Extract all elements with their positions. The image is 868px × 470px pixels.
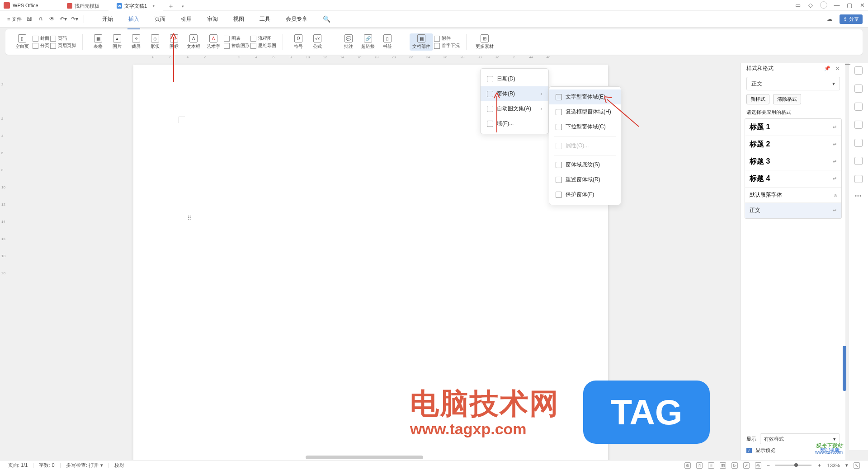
undo-icon[interactable]: ↶▾ [60, 16, 66, 23]
view-fullscreen-icon[interactable]: ⤢ [743, 462, 750, 469]
tab-ref[interactable]: 引用 [180, 14, 193, 25]
search-button[interactable]: 🔍 [322, 14, 331, 25]
menu-form[interactable]: 窗体(B)› [481, 86, 548, 101]
view-web-icon[interactable]: ▥ [720, 462, 726, 469]
rail-select-icon[interactable] [854, 85, 863, 93]
attach-button[interactable]: 附件 [434, 35, 460, 42]
smartart-button[interactable]: 智能图形 [224, 42, 250, 49]
zoom-in-button[interactable]: ＋ [817, 462, 822, 469]
expand-icon[interactable]: ⤡ [854, 462, 860, 469]
filter-select[interactable]: 有效样式▾ [760, 433, 840, 444]
formula-button[interactable]: √x公式 [308, 33, 326, 51]
file-menu[interactable]: ≡ 文件 [5, 16, 24, 23]
textbox-button[interactable]: A文本框 [184, 33, 203, 51]
close-icon[interactable]: • [152, 2, 155, 9]
pin-icon[interactable]: 📌 [824, 66, 830, 71]
page-number-button[interactable]: 页码 [50, 35, 76, 42]
cube-icon[interactable]: ◇ [807, 2, 814, 8]
minimize-button[interactable]: — [834, 2, 840, 8]
proof-status[interactable]: 校对 [114, 462, 124, 469]
focus-mode-icon[interactable]: ⊙ [684, 462, 691, 469]
print-preview-icon[interactable]: 👁 [48, 16, 55, 23]
tab-page[interactable]: 页面 [154, 14, 166, 25]
screenshot-button[interactable]: ⟡截屏 [127, 33, 145, 51]
wordart-button[interactable]: A艺术字 [204, 33, 223, 51]
bookmark-button[interactable]: ▯书签 [378, 33, 396, 51]
header-footer-button[interactable]: 页眉页脚 [50, 42, 76, 49]
word-count[interactable]: 字数: 0 [39, 462, 54, 469]
view-read-icon[interactable]: ▷ [731, 462, 738, 469]
new-tab-button[interactable]: ＋ [166, 2, 175, 11]
style-heading2[interactable]: 标题 2↵ [745, 136, 841, 153]
rail-more-icon[interactable]: ••• [855, 193, 862, 198]
zoom-slider[interactable] [775, 465, 811, 466]
zoom-level[interactable]: 133% [827, 463, 840, 468]
share-button[interactable]: ⇪分享 [840, 14, 863, 24]
page-status[interactable]: 页面: 1/1 [8, 462, 28, 469]
flowchart-button[interactable]: 流程图 [250, 35, 276, 42]
clear-format-button[interactable]: 清除格式 [773, 94, 801, 104]
style-default-font[interactable]: 默认段落字体a [745, 188, 841, 203]
current-style-select[interactable]: 正文▾ [746, 77, 840, 90]
redo-icon[interactable]: ↷▾ [71, 16, 78, 23]
tab-dropdown-button[interactable]: ▾ [178, 2, 187, 11]
maximize-button[interactable]: ▢ [846, 2, 853, 8]
tab-templates[interactable]: 找稻壳模板 [59, 1, 108, 11]
chart-button[interactable]: 图表 [224, 35, 250, 42]
view-outline-icon[interactable]: ≡ [708, 462, 714, 469]
rail-help-icon[interactable] [854, 175, 863, 183]
rail-link-icon[interactable] [854, 139, 863, 147]
style-heading1[interactable]: 标题 1↵ [745, 119, 841, 136]
menu-form-shading[interactable]: 窗体域底纹(S) [549, 157, 621, 172]
picture-button[interactable]: ▲图片 [108, 33, 126, 51]
tab-review[interactable]: 审阅 [206, 14, 219, 25]
rail-edit-icon[interactable] [854, 66, 863, 75]
doc-part-button[interactable]: ▦文档部件 [410, 33, 433, 51]
cloud-icon[interactable]: ☁ [826, 16, 833, 23]
rail-refresh-icon[interactable] [854, 103, 863, 111]
close-panel-icon[interactable]: ✕ [835, 65, 840, 72]
shape-button[interactable]: ◇形状 [146, 33, 164, 51]
tab-start[interactable]: 开始 [101, 14, 114, 25]
style-heading4[interactable]: 标题 4↵ [745, 170, 841, 188]
rail-book-icon[interactable] [854, 157, 863, 165]
zoom-dropdown-icon[interactable]: ▾ [845, 462, 848, 468]
style-heading3[interactable]: 标题 3↵ [745, 153, 841, 170]
avatar[interactable] [820, 1, 827, 9]
page-break-button[interactable]: 分页 [33, 42, 49, 49]
blank-page-button[interactable]: ▯空白页 [13, 33, 32, 51]
preview-checkbox[interactable]: ✓ [746, 448, 752, 453]
menu-autotext[interactable]: 自动图文集(A)› [481, 101, 548, 116]
menu-field[interactable]: 域(F)... [481, 116, 548, 131]
hyperlink-button[interactable]: 🔗超链接 [359, 33, 377, 51]
menu-reset-form[interactable]: 重置窗体域(R) [549, 172, 621, 187]
symbol-button[interactable]: Ω符号 [289, 33, 307, 51]
tab-view[interactable]: 视图 [232, 14, 245, 25]
tab-vip[interactable]: 会员专享 [285, 14, 308, 25]
close-button[interactable]: ✕ [859, 2, 865, 8]
dropcap-button[interactable]: 首字下沉 [434, 42, 460, 49]
more-material-button[interactable]: ⊞更多素材 [473, 33, 496, 51]
menu-protect-form[interactable]: 保护窗体(F) [549, 187, 621, 202]
print-icon[interactable]: ⎙ [37, 16, 44, 23]
reader-icon[interactable]: ▭ [795, 2, 801, 8]
menu-date[interactable]: 日期(D) [481, 71, 548, 86]
save-icon[interactable]: 🖫 [26, 16, 33, 23]
rail-gallery-icon[interactable] [854, 121, 863, 129]
comment-button[interactable]: 💬批注 [340, 33, 358, 51]
tab-document[interactable]: W 文字文稿1 • [108, 1, 163, 11]
cover-button[interactable]: 封面 [33, 35, 49, 42]
zoom-out-button[interactable]: − [767, 463, 769, 468]
tab-insert[interactable]: 插入 [127, 14, 140, 25]
horizontal-scrollbar[interactable] [18, 456, 737, 459]
tab-tool[interactable]: 工具 [259, 14, 271, 25]
style-body[interactable]: 正文↵ [745, 203, 841, 218]
mindmap-button[interactable]: 思维导图 [250, 42, 276, 49]
vertical-scrollbar[interactable] [843, 66, 846, 458]
table-button[interactable]: ▦表格 [89, 33, 107, 51]
view-page-icon[interactable]: ▯ [696, 462, 703, 469]
new-style-button[interactable]: 新样式 [746, 94, 769, 104]
spell-check-status[interactable]: 拼写检查: 打开 [66, 462, 99, 469]
zoom-fit-icon[interactable]: ◎ [755, 462, 761, 469]
smart-layout-link[interactable]: 智能排版 [820, 447, 840, 454]
